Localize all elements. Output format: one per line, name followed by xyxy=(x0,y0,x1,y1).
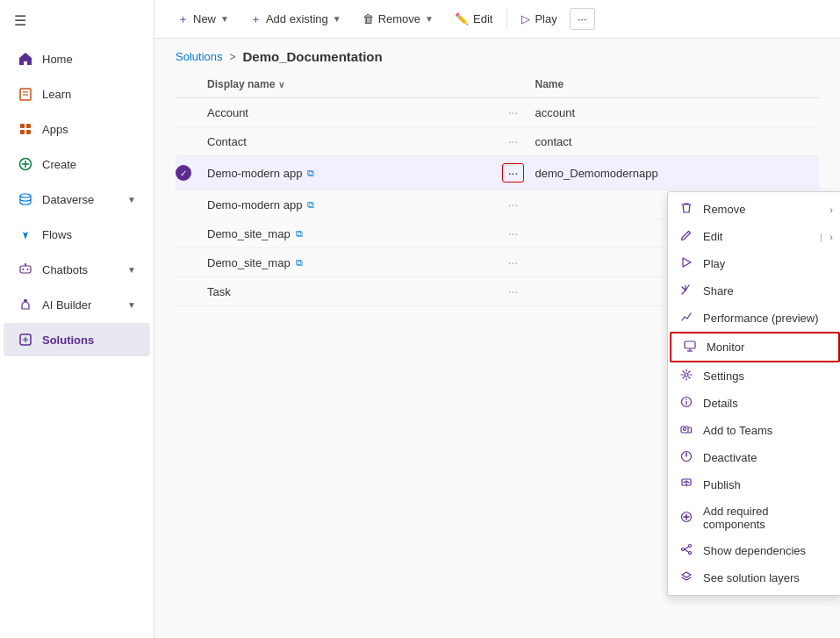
chatbots-chevron: ▼ xyxy=(127,265,136,275)
sidebar-item-chatbots[interactable]: Chatbots ▼ xyxy=(4,253,150,286)
menu-item-play[interactable]: Play xyxy=(668,250,840,277)
menu-item-remove[interactable]: Remove › xyxy=(668,196,840,223)
external-link-icon-4: ⧉ xyxy=(307,199,314,211)
toolbar: ＋ New ▼ ＋ Add existing ▼ 🗑 Remove ▼ ✏️ E… xyxy=(154,0,840,39)
row-actions-7: ··· xyxy=(492,284,535,298)
svg-point-35 xyxy=(689,552,692,555)
menu-item-showdeps-label: Show dependencies xyxy=(703,544,806,557)
chatbots-icon xyxy=(18,262,33,277)
svg-point-25 xyxy=(684,428,686,431)
svg-rect-6 xyxy=(26,130,31,134)
menu-item-deactivate[interactable]: Deactivate xyxy=(668,444,840,471)
menu-item-publish[interactable]: Publish xyxy=(668,471,840,498)
menu-item-seelayers-label: See solution layers xyxy=(703,571,800,584)
menu-item-edit[interactable]: Edit | › xyxy=(668,223,840,250)
svg-rect-3 xyxy=(20,124,25,128)
svg-rect-4 xyxy=(26,124,31,128)
table-row[interactable]: Contact ··· contact xyxy=(176,127,819,156)
add-existing-button[interactable]: ＋ Add existing ▼ xyxy=(241,7,350,32)
sidebar-label-solutions: Solutions xyxy=(42,333,136,347)
menu-item-monitor[interactable]: Monitor xyxy=(670,332,840,362)
row-more-dots-5: ··· xyxy=(508,226,519,240)
remove-submenu-arrow: › xyxy=(829,204,833,215)
deactivate-menu-icon xyxy=(680,450,694,465)
row-name-3: demo_Demomodernapp xyxy=(535,167,820,180)
col-displayname-header: Display name ∨ xyxy=(207,78,492,90)
sidebar-item-learn[interactable]: Learn xyxy=(4,77,150,111)
sidebar-item-solutions[interactable]: Solutions xyxy=(4,323,150,356)
edit-menu-icon xyxy=(680,229,694,244)
add-existing-icon: ＋ xyxy=(250,11,262,27)
sidebar-item-dataverse[interactable]: Dataverse ▼ xyxy=(4,183,150,216)
addtoteams-menu-icon xyxy=(680,423,694,438)
seelayers-menu-icon xyxy=(680,570,694,585)
remove-button[interactable]: 🗑 Remove ▼ xyxy=(354,8,442,30)
breadcrumb: Solutions > Demo_Documentation xyxy=(154,39,840,71)
svg-point-13 xyxy=(27,269,29,270)
table-row-selected[interactable]: ✓ Demo-modern app ⧉ ··· demo_Demomoderna… xyxy=(176,156,819,190)
share-menu-icon xyxy=(680,283,694,298)
menu-item-showdeps[interactable]: Show dependencies xyxy=(668,537,840,564)
menu-item-play-label: Play xyxy=(703,257,725,270)
more-button[interactable]: ··· xyxy=(570,8,595,30)
menu-item-addtoteams[interactable]: Add to Teams xyxy=(668,417,840,444)
publish-menu-icon xyxy=(680,477,694,492)
sidebar: ☰ Home Learn Apps Create Dataverse ▼ xyxy=(0,0,154,638)
sidebar-item-aibuilder[interactable]: AI Builder ▼ xyxy=(4,288,150,321)
new-button[interactable]: ＋ New ▼ xyxy=(169,7,238,32)
row-actions-5: ··· xyxy=(492,226,535,240)
row-displayname-6: Demo_site_map ⧉ xyxy=(207,256,492,269)
external-link-icon: ⧉ xyxy=(307,168,314,179)
menu-item-remove-label: Remove xyxy=(703,203,745,216)
menu-item-seelayers[interactable]: See solution layers xyxy=(668,564,840,591)
sidebar-label-chatbots: Chatbots xyxy=(42,263,118,276)
svg-point-23 xyxy=(686,398,687,400)
svg-rect-17 xyxy=(685,341,695,348)
row-displayname-4: Demo-modern app ⧉ xyxy=(207,198,492,211)
row-displayname-2: Contact xyxy=(207,135,492,148)
row-more-dots-1: ··· xyxy=(508,105,519,119)
toolbar-separator xyxy=(506,9,507,30)
sidebar-label-apps: Apps xyxy=(42,123,136,136)
breadcrumb-solutions-link[interactable]: Solutions xyxy=(176,50,222,63)
sidebar-item-home[interactable]: Home xyxy=(4,42,150,75)
menu-item-addrequired[interactable]: Add required components xyxy=(668,498,840,537)
menu-item-performance[interactable]: Performance (preview) xyxy=(668,305,840,332)
sidebar-item-apps[interactable]: Apps xyxy=(4,112,150,146)
svg-point-12 xyxy=(23,269,25,270)
row-actions-3[interactable]: ··· xyxy=(492,163,535,183)
remove-icon: 🗑 xyxy=(363,12,374,25)
sidebar-label-home: Home xyxy=(42,53,136,66)
sidebar-item-create[interactable]: Create xyxy=(4,147,150,181)
edit-button[interactable]: ✏️ Edit xyxy=(446,8,501,30)
table-row[interactable]: Account ··· account xyxy=(176,98,819,127)
svg-point-20 xyxy=(685,373,688,376)
play-button[interactable]: ▷ Play xyxy=(513,8,565,30)
svg-point-10 xyxy=(20,194,31,197)
row-displayname-3: Demo-modern app ⧉ xyxy=(207,167,492,180)
new-icon: ＋ xyxy=(177,11,189,27)
menu-item-settings[interactable]: Settings xyxy=(668,362,840,390)
row-more-dots-4: ··· xyxy=(508,197,519,211)
external-link-icon-5: ⧉ xyxy=(296,228,303,240)
svg-rect-11 xyxy=(20,266,31,273)
context-menu-button[interactable]: ··· xyxy=(502,163,525,183)
sort-icon: ∨ xyxy=(278,80,284,90)
hamburger-button[interactable]: ☰ xyxy=(0,0,154,41)
learn-icon xyxy=(18,86,33,102)
add-existing-label: Add existing xyxy=(266,12,328,25)
play-icon: ▷ xyxy=(521,12,530,25)
sidebar-label-create: Create xyxy=(42,158,136,171)
row-actions-2: ··· xyxy=(492,134,535,148)
menu-item-addrequired-label: Add required components xyxy=(703,505,829,531)
remove-label: Remove xyxy=(378,12,420,25)
menu-item-share[interactable]: Share xyxy=(668,277,840,305)
breadcrumb-current: Demo_Documentation xyxy=(243,49,383,64)
menu-item-details[interactable]: Details xyxy=(668,390,840,417)
svg-line-37 xyxy=(685,549,689,552)
row-check-3: ✓ xyxy=(176,165,207,181)
menu-item-performance-label: Performance (preview) xyxy=(703,312,819,325)
remove-menu-icon xyxy=(680,202,694,217)
sidebar-item-flows[interactable]: Flows xyxy=(4,218,150,251)
context-menu: Remove › Edit | › Play xyxy=(667,191,840,596)
